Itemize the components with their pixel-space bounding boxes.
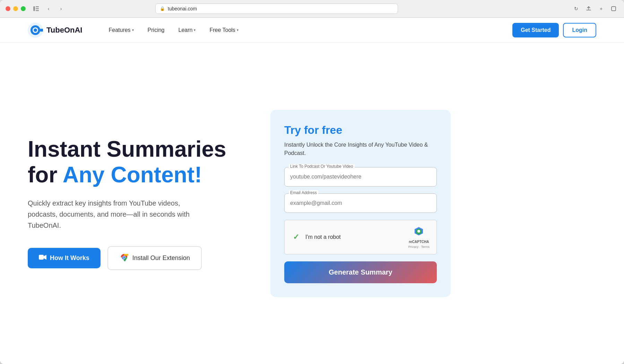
svg-point-8	[34, 28, 37, 32]
captcha-text: I'm not a robot	[305, 234, 341, 240]
how-it-works-button[interactable]: How It Works	[28, 248, 101, 268]
recaptcha-logo-icon	[413, 226, 424, 239]
maximize-button[interactable]	[21, 6, 26, 11]
svg-rect-9	[40, 29, 43, 32]
url-input[interactable]	[290, 172, 431, 182]
nav-item-features[interactable]: Features ▾	[103, 24, 139, 36]
hero-left: Instant Summaries for Any Content! Quick…	[28, 137, 250, 270]
nav-pricing-label: Pricing	[148, 27, 165, 33]
nav-item-free-tools[interactable]: Free Tools ▾	[204, 24, 244, 36]
nav-features-label: Features	[109, 27, 130, 33]
email-field-group: Email Address	[284, 193, 437, 213]
navbar: TubeOnAI Features ▾ Pricing Learn ▾ Free…	[0, 18, 624, 43]
install-extension-button[interactable]: Install Our Extension	[107, 246, 202, 270]
generate-summary-button[interactable]: Generate Summary	[284, 261, 437, 283]
reload-button[interactable]: ↻	[571, 4, 581, 14]
chevron-down-icon-2: ▾	[194, 28, 196, 32]
traffic-lights	[6, 6, 26, 11]
hero-subtitle: Quickly extract key insights from YouTub…	[28, 198, 208, 231]
tabs-button[interactable]	[609, 4, 618, 14]
captcha-right: reCAPTCHA Privacy · Terms	[408, 226, 430, 249]
hero-title-line2-plain: for	[28, 162, 63, 187]
email-field-wrapper: Email Address	[284, 193, 437, 213]
svg-point-14	[123, 256, 125, 258]
sidebar-toggle-button[interactable]	[31, 4, 41, 14]
svg-rect-0	[33, 6, 35, 11]
chevron-down-icon: ▾	[132, 28, 134, 32]
svg-point-15	[417, 230, 420, 233]
captcha-checkbox: ✓	[292, 233, 301, 242]
how-it-works-label: How It Works	[50, 254, 89, 262]
browser-chrome: ‹ › 🔒 tubeonai.com ↻ +	[0, 0, 624, 18]
chevron-down-icon-3: ▾	[237, 28, 239, 32]
hero-title-line1: Instant Summaries	[28, 137, 226, 162]
hero-section: Instant Summaries for Any Content! Quick…	[0, 43, 624, 364]
website-content: TubeOnAI Features ▾ Pricing Learn ▾ Free…	[0, 18, 624, 364]
logo-text: TubeOnAI	[46, 26, 82, 35]
url-text: tubeonai.com	[168, 6, 197, 11]
browser-window: ‹ › 🔒 tubeonai.com ↻ +	[0, 0, 624, 364]
email-field-label: Email Address	[289, 190, 318, 195]
login-button[interactable]: Login	[563, 23, 596, 37]
form-card-subtitle: Instantly Unlock the Core Insights of An…	[284, 141, 437, 157]
nav-links: Features ▾ Pricing Learn ▾ Free Tools ▾	[103, 24, 499, 36]
logo-icon	[28, 23, 43, 38]
browser-right-controls: ↻ +	[571, 4, 618, 14]
hero-title: Instant Summaries for Any Content!	[28, 137, 250, 188]
url-field-group: Link To Podcast Or Youtube Video	[284, 167, 437, 187]
svg-rect-2	[36, 8, 39, 9]
recaptcha-links: Privacy · Terms	[408, 245, 430, 249]
hero-right: Try for free Instantly Unlock the Core I…	[270, 110, 451, 297]
browser-controls: ‹ ›	[31, 4, 66, 14]
svg-rect-4	[612, 7, 616, 11]
chrome-icon	[119, 252, 129, 264]
nav-item-pricing[interactable]: Pricing	[142, 24, 170, 36]
address-bar[interactable]: 🔒 tubeonai.com	[155, 3, 398, 14]
captcha-box[interactable]: ✓ I'm not a robot	[284, 220, 437, 254]
new-tab-button[interactable]: +	[596, 4, 606, 14]
back-button[interactable]: ‹	[44, 4, 53, 14]
url-field-label: Link To Podcast Or Youtube Video	[289, 164, 355, 169]
hero-buttons: How It Works	[28, 246, 250, 270]
forward-button[interactable]: ›	[56, 4, 66, 14]
lock-icon: 🔒	[160, 6, 165, 11]
logo[interactable]: TubeOnAI	[28, 23, 82, 38]
check-icon: ✓	[293, 233, 299, 242]
get-started-button[interactable]: Get Started	[512, 23, 559, 37]
nav-learn-label: Learn	[179, 27, 193, 33]
install-extension-label: Install Our Extension	[132, 254, 190, 262]
url-field-wrapper: Link To Podcast Or Youtube Video	[284, 167, 437, 187]
share-button[interactable]	[584, 4, 593, 14]
form-card: Try for free Instantly Unlock the Core I…	[270, 110, 451, 297]
recaptcha-brand: reCAPTCHA	[409, 240, 429, 244]
email-input[interactable]	[290, 198, 431, 208]
captcha-left: ✓ I'm not a robot	[292, 233, 341, 242]
video-camera-icon	[39, 254, 46, 262]
hero-title-accent: Any Content!	[63, 162, 202, 187]
svg-rect-10	[39, 255, 44, 260]
svg-rect-1	[36, 6, 39, 7]
nav-free-tools-label: Free Tools	[209, 27, 235, 33]
form-card-title: Try for free	[284, 124, 437, 137]
minimize-button[interactable]	[13, 6, 18, 11]
svg-rect-3	[36, 10, 39, 11]
nav-item-learn[interactable]: Learn ▾	[173, 24, 201, 36]
nav-actions: Get Started Login	[512, 23, 596, 37]
close-button[interactable]	[6, 6, 10, 11]
